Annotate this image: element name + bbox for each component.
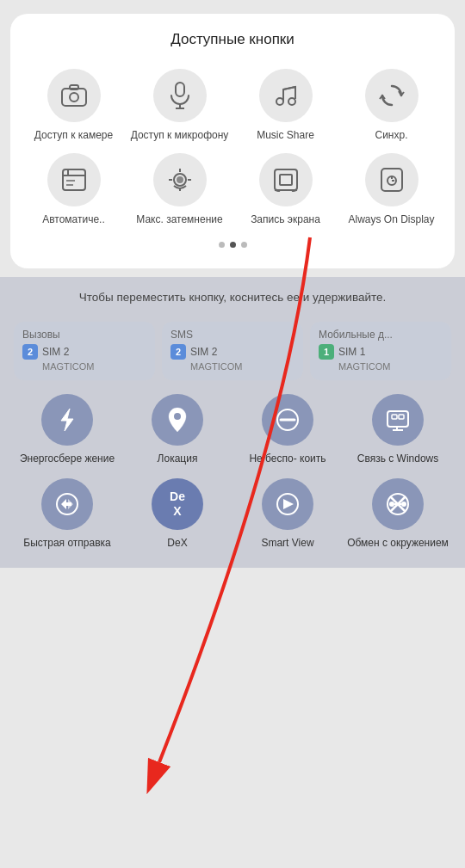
- btn-circle-aod: [365, 153, 418, 206]
- btn-item-camera[interactable]: Доступ к камере: [22, 69, 125, 143]
- btn-item-auto[interactable]: Автоматиче..: [22, 153, 125, 227]
- sim-card-2[interactable]: Мобильные д...1SIM 1MAGTICOM: [310, 322, 451, 380]
- action-label-quick-share: Быстрая отправка: [23, 537, 111, 551]
- action-circle-dnd: [262, 394, 313, 446]
- sim-card-0[interactable]: Вызовы2SIM 2MAGTICOM: [14, 322, 155, 380]
- action-circle-dex: DeX: [152, 478, 203, 530]
- sim-badge-row-0: 2SIM 2: [22, 344, 146, 360]
- svg-line-8: [283, 87, 295, 89]
- svg-point-6: [276, 98, 283, 105]
- sim-row: Вызовы2SIM 2MAGTICOMSMS2SIM 2MAGTICOMМоб…: [14, 322, 451, 380]
- action-circle-quick-share: [41, 478, 93, 530]
- svg-rect-20: [275, 169, 297, 190]
- sim-card-title-1: SMS: [170, 329, 294, 341]
- btn-circle-camera: [47, 69, 101, 122]
- available-buttons-grid: Доступ к камере Доступ к микрофону Music…: [19, 69, 446, 226]
- svg-rect-2: [70, 85, 78, 89]
- btn-item-mic[interactable]: Доступ к микрофону: [128, 69, 231, 143]
- btn-label-max-dim: Макс. затемнение: [136, 213, 222, 227]
- btn-circle-max-dim: [153, 153, 207, 206]
- svg-rect-32: [392, 415, 397, 419]
- pagination-dots: [19, 242, 446, 248]
- action-circle-share-env: [372, 478, 424, 530]
- btn-circle-music-share: [259, 69, 313, 122]
- action-label-dex: DeX: [167, 537, 187, 551]
- svg-rect-0: [62, 89, 86, 106]
- action-item-smart-view[interactable]: Smart View: [234, 478, 341, 551]
- btn-circle-sync: [365, 69, 418, 122]
- sim-num-2: SIM 1: [338, 346, 365, 358]
- action-item-quick-share[interactable]: Быстрая отправка: [14, 478, 121, 551]
- action-label-share-env: Обмен с окружением: [347, 537, 449, 551]
- btn-label-sync: Синхр.: [375, 129, 407, 143]
- sim-badge-0: 2: [22, 344, 38, 360]
- sim-provider-1: MAGTICOM: [190, 361, 294, 372]
- panel-title: Доступные кнопки: [19, 31, 446, 48]
- btn-item-max-dim[interactable]: Макс. затемнение: [128, 153, 231, 227]
- svg-rect-31: [388, 411, 408, 427]
- action-label-location: Локация: [158, 452, 198, 466]
- action-item-energy[interactable]: Энергосбере жение: [14, 394, 121, 466]
- btn-item-aod[interactable]: Always On Display: [340, 153, 443, 227]
- action-label-energy: Энергосбере жение: [20, 452, 115, 466]
- sim-badge-row-1: 2SIM 2: [170, 344, 294, 360]
- action-label-windows: Связь с Windows: [357, 452, 439, 466]
- sim-provider-2: MAGTICOM: [338, 361, 443, 372]
- page-wrapper: Доступные кнопки Доступ к камере Доступ …: [0, 14, 465, 868]
- svg-point-19: [177, 176, 183, 183]
- btn-item-music-share[interactable]: Music Share: [234, 69, 337, 143]
- btn-item-sync[interactable]: Синхр.: [340, 69, 443, 143]
- svg-point-42: [389, 502, 394, 507]
- sim-num-0: SIM 2: [42, 346, 69, 358]
- sim-badge-1: 2: [170, 344, 186, 360]
- action-circle-location: [152, 394, 203, 446]
- bottom-section: Чтобы переместить кнопку, коснитесь ее и…: [0, 277, 465, 567]
- svg-point-1: [70, 93, 78, 102]
- btn-circle-mic: [153, 69, 207, 122]
- action-item-dex[interactable]: DeXDeX: [124, 478, 231, 551]
- sim-card-title-2: Мобильные д...: [319, 329, 443, 341]
- svg-rect-9: [63, 169, 85, 190]
- btn-label-mic: Доступ к микрофону: [131, 129, 229, 143]
- btn-circle-screen-rec: [259, 153, 313, 206]
- btn-label-music-share: Music Share: [257, 129, 314, 143]
- action-grid: Энергосбере жение Локация Не беспо- коит…: [14, 394, 451, 550]
- top-panel: Доступные кнопки Доступ к камере Доступ …: [10, 14, 455, 268]
- sim-card-1[interactable]: SMS2SIM 2MAGTICOM: [162, 322, 303, 380]
- btn-label-aod: Always On Display: [348, 213, 434, 227]
- action-item-location[interactable]: Локация: [124, 394, 231, 466]
- svg-point-28: [174, 413, 181, 420]
- svg-rect-21: [280, 175, 292, 185]
- btn-item-screen-rec[interactable]: Запись экрана: [234, 153, 337, 227]
- action-label-dnd: Не беспо- коить: [249, 452, 326, 466]
- action-item-windows[interactable]: Связь с Windows: [344, 394, 451, 466]
- btn-label-screen-rec: Запись экрана: [251, 213, 320, 227]
- btn-label-auto: Автоматиче..: [42, 213, 105, 227]
- sim-provider-0: MAGTICOM: [42, 361, 146, 372]
- svg-rect-33: [399, 415, 404, 419]
- svg-rect-3: [176, 83, 184, 96]
- dot-2: [241, 242, 247, 248]
- svg-point-43: [401, 502, 406, 507]
- sim-card-title-0: Вызовы: [22, 329, 146, 341]
- action-item-share-env[interactable]: Обмен с окружением: [344, 478, 451, 551]
- action-circle-windows: [372, 394, 424, 446]
- svg-point-7: [288, 98, 295, 105]
- sim-badge-row-2: 1SIM 1: [319, 344, 443, 360]
- action-label-smart-view: Smart View: [261, 537, 313, 551]
- sim-badge-2: 1: [319, 344, 334, 360]
- dot-0: [219, 242, 225, 248]
- btn-label-camera: Доступ к камере: [34, 129, 113, 143]
- dot-1: [230, 242, 236, 248]
- sim-num-1: SIM 2: [190, 346, 217, 358]
- action-circle-smart-view: [262, 478, 313, 530]
- action-circle-energy: [41, 394, 93, 446]
- svg-marker-38: [283, 499, 294, 509]
- action-item-dnd[interactable]: Не беспо- коить: [234, 394, 341, 466]
- hint-text: Чтобы переместить кнопку, коснитесь ее и…: [14, 289, 451, 306]
- btn-circle-auto: [47, 153, 101, 206]
